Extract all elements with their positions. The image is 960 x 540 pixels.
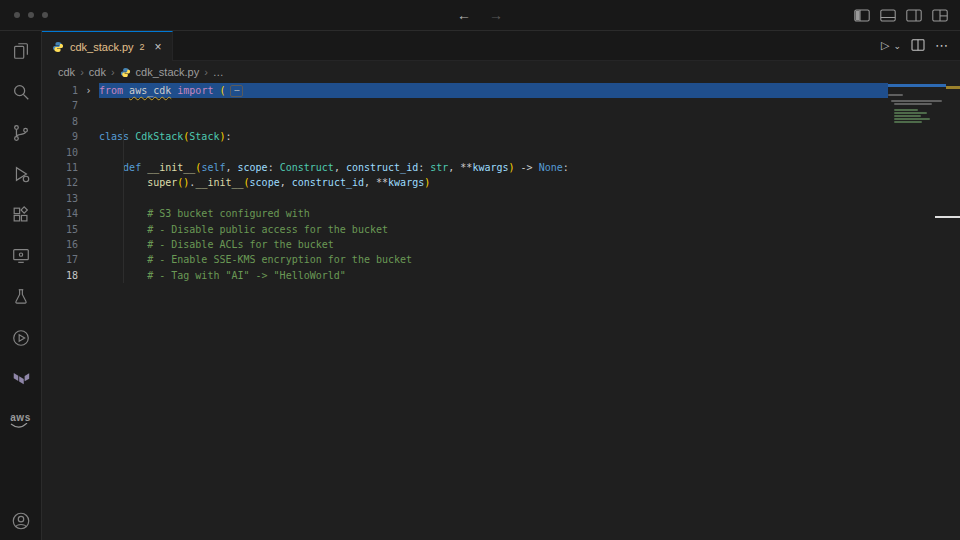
line-number[interactable]: 12 [42, 175, 78, 190]
code-line[interactable]: 11 def __init__(self, scope: Construct, … [42, 160, 888, 175]
fold-chevron-icon[interactable]: › [78, 83, 99, 98]
terraform-icon[interactable] [9, 368, 33, 390]
python-icon [120, 67, 131, 78]
tab-label: cdk_stack.py [70, 41, 134, 53]
code-line[interactable]: 9class CdkStack(Stack): [42, 129, 888, 144]
toggle-panel-icon[interactable] [880, 9, 896, 22]
code-text[interactable]: # - Disable public access for the bucket [99, 222, 388, 237]
minimap-line [888, 109, 946, 111]
code-line[interactable]: 7 [42, 98, 888, 113]
tab-close-icon[interactable]: × [155, 40, 162, 54]
back-icon[interactable]: ← [457, 8, 471, 22]
line-number[interactable]: 13 [42, 191, 78, 206]
code-line[interactable]: 17 # - Enable SSE-KMS encryption for the… [42, 252, 888, 267]
fold-spacer [78, 175, 99, 190]
more-actions-icon[interactable]: ⋯ [935, 38, 948, 53]
account-icon[interactable] [9, 510, 33, 532]
minimap-line [888, 106, 946, 108]
minimap-line [888, 118, 946, 120]
code-text[interactable]: def __init__(self, scope: Construct, con… [99, 160, 569, 175]
window-dot-icon[interactable] [28, 12, 34, 18]
line-number[interactable]: 18 [42, 268, 78, 283]
code-text[interactable]: from aws_cdk import (⋯ [99, 83, 888, 98]
run-python-file-icon[interactable]: ▷ [881, 39, 889, 52]
code-line[interactable]: 15 # - Disable public access for the buc… [42, 222, 888, 237]
minimap-line [888, 100, 946, 102]
code-line[interactable]: 13 [42, 191, 888, 206]
fold-spacer [78, 160, 99, 175]
aws-icon[interactable]: aws [9, 409, 33, 431]
fold-spacer [78, 268, 99, 283]
line-number[interactable]: 7 [42, 98, 78, 113]
line-number[interactable]: 15 [42, 222, 78, 237]
minimap-line [888, 115, 946, 117]
line-number[interactable]: 16 [42, 237, 78, 252]
code-lines: 1›from aws_cdk import (⋯789class CdkStac… [42, 83, 960, 283]
forward-icon[interactable]: → [489, 8, 503, 22]
minimap-line [888, 84, 946, 87]
breadcrumb-item[interactable]: … [213, 66, 224, 78]
split-editor-icon[interactable] [911, 37, 925, 55]
code-text[interactable]: # S3 bucket configured with [99, 206, 310, 221]
line-number[interactable]: 8 [42, 114, 78, 129]
breadcrumb-separator: › [111, 66, 115, 78]
line-number[interactable]: 9 [42, 129, 78, 144]
search-icon[interactable] [9, 81, 33, 103]
code-text[interactable]: # - Tag with "AI" -> "HelloWorld" [99, 268, 346, 283]
run-dropdown-chevron-icon[interactable]: ⌄ [893, 41, 901, 51]
source-control-icon[interactable] [9, 122, 33, 144]
code-text[interactable]: class CdkStack(Stack): [99, 129, 232, 144]
minimap-line [888, 94, 946, 96]
line-number[interactable]: 10 [42, 145, 78, 160]
minimap-line [888, 103, 946, 105]
tab-problems-badge: 2 [140, 42, 145, 52]
code-line[interactable]: 16 # - Disable ACLs for the bucket [42, 237, 888, 252]
run-circle-icon[interactable] [9, 327, 33, 349]
toggle-primary-sidebar-icon[interactable] [854, 9, 870, 22]
code-line[interactable]: 1›from aws_cdk import (⋯ [42, 83, 888, 98]
window-dot-icon[interactable] [42, 12, 48, 18]
explorer-icon[interactable] [9, 40, 33, 62]
fold-spacer [78, 145, 99, 160]
breadcrumb-item[interactable]: cdk [89, 66, 106, 78]
indent-guide [123, 129, 124, 283]
fold-spacer [78, 114, 99, 129]
line-number[interactable]: 11 [42, 160, 78, 175]
editor-group: cdk_stack.py 2 × ▷ ⌄ ⋯ [42, 31, 960, 540]
code-text[interactable]: # - Enable SSE-KMS encryption for the bu… [99, 252, 412, 267]
fold-spacer [78, 206, 99, 221]
line-number[interactable]: 1 [42, 83, 78, 98]
code-text[interactable]: super().__init__(scope, construct_id, **… [99, 175, 430, 190]
code-line[interactable]: 14 # S3 bucket configured with [42, 206, 888, 221]
window-dot-icon[interactable] [14, 12, 20, 18]
minimap-line [888, 121, 946, 123]
code-line[interactable]: 18 # - Tag with "AI" -> "HelloWorld" [42, 268, 888, 283]
code-line[interactable]: 12 super().__init__(scope, construct_id,… [42, 175, 888, 190]
code-text[interactable]: # - Disable ACLs for the bucket [99, 237, 334, 252]
overview-ruler[interactable] [946, 83, 960, 540]
activity-bar: aws [0, 31, 42, 540]
remote-explorer-icon[interactable] [9, 245, 33, 267]
testing-beaker-icon[interactable] [9, 286, 33, 308]
run-and-debug-icon[interactable] [9, 163, 33, 185]
line-number[interactable]: 17 [42, 252, 78, 267]
breadcrumb-item[interactable]: cdk [58, 66, 75, 78]
extensions-icon[interactable] [9, 204, 33, 226]
folded-code-badge[interactable]: ⋯ [230, 85, 243, 97]
fold-spacer [78, 222, 99, 237]
minimap-line [888, 88, 946, 90]
customize-layout-icon[interactable] [932, 9, 948, 22]
minimap[interactable] [888, 84, 946, 124]
tab-cdk-stack[interactable]: cdk_stack.py 2 × [42, 31, 173, 61]
line-number[interactable]: 14 [42, 206, 78, 221]
code-line[interactable]: 8 [42, 114, 888, 129]
toggle-secondary-sidebar-icon[interactable] [906, 9, 922, 22]
code-editor[interactable]: 1›from aws_cdk import (⋯789class CdkStac… [42, 83, 960, 540]
workbench: aws [0, 31, 960, 540]
breadcrumb-item[interactable]: cdk_stack.py [136, 66, 200, 78]
code-line[interactable]: 10 [42, 145, 888, 160]
breadcrumb: cdk › cdk › cdk_stack.py › … [42, 61, 960, 83]
title-bar: ← → [0, 0, 960, 31]
fold-spacer [78, 98, 99, 113]
aws-label: aws [10, 412, 30, 423]
